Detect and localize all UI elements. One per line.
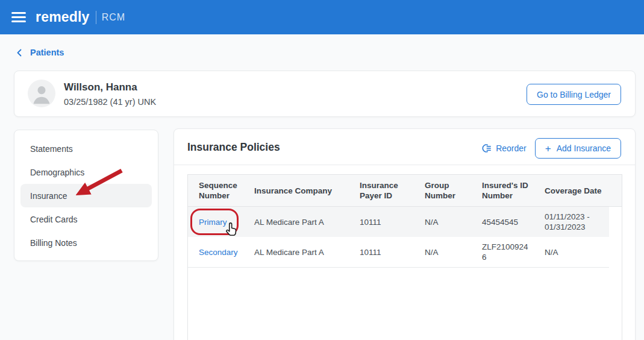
patient-header-card: Willson, Hanna 03/25/1982 (41 yr) UNK Go… — [14, 71, 636, 117]
top-bar: remedly RCM — [0, 0, 644, 34]
insurance-policies-panel: Insurance Policies Reorder + Add Insuran… — [174, 128, 636, 340]
column-header-insureds-id-number: Insured's ID Number — [471, 175, 534, 206]
avatar — [28, 80, 55, 107]
secondary-policy-link[interactable]: Secondary — [199, 248, 238, 257]
sidebar-item-demographics[interactable]: Demographics — [14, 160, 158, 184]
table-scroll-gutter — [609, 207, 622, 340]
plus-icon: + — [545, 143, 551, 154]
table-header-row: Sequence Number Insurance Company Insura… — [188, 175, 622, 207]
cell-insurance-company: AL Medicare Part A — [243, 242, 349, 262]
panel-divider — [174, 165, 635, 165]
go-to-billing-ledger-button[interactable]: Go to Billing Ledger — [527, 84, 621, 105]
patient-name: Willson, Hanna — [64, 81, 137, 93]
cell-coverage-date: 01/11/2023 - 01/31/2023 — [534, 207, 610, 237]
patient-details: 03/25/1982 (41 yr) UNK — [64, 97, 156, 107]
column-header-group-number: Group Number — [414, 175, 471, 206]
brand-divider — [96, 11, 96, 24]
chevron-left-icon — [16, 49, 22, 57]
reorder-label: Reorder — [496, 143, 527, 153]
sidebar-item-statements[interactable]: Statements — [14, 137, 158, 160]
sidebar-item-billing-notes[interactable]: Billing Notes — [14, 231, 158, 254]
add-insurance-button[interactable]: + Add Insurance — [535, 138, 621, 159]
column-header-insurance-company: Insurance Company — [243, 180, 349, 201]
add-insurance-label: Add Insurance — [557, 143, 611, 153]
sidebar-item-credit-cards[interactable]: Credit Cards — [14, 207, 158, 231]
cell-insured-id: ZLF21009246 — [471, 237, 534, 267]
page: remedly RCM Patients Willson, Hanna 03/2… — [0, 0, 644, 340]
cell-coverage-date: N/A — [534, 242, 610, 262]
cell-group-number: N/A — [414, 242, 471, 262]
page-title: Insurance Policies — [187, 141, 280, 154]
cell-payer-id: 10111 — [349, 242, 414, 262]
sidebar-item-insurance[interactable]: Insurance — [20, 184, 152, 207]
column-header-sequence-number: Sequence Number — [188, 175, 243, 206]
panel-actions: Reorder + Add Insurance — [481, 138, 621, 159]
brand-name: remedly — [36, 9, 90, 25]
breadcrumb-label: Patients — [30, 48, 64, 57]
column-header-insurance-payer-id: Insurance Payer ID — [349, 175, 414, 206]
hamburger-menu-icon[interactable] — [11, 10, 26, 25]
reorder-button[interactable]: Reorder — [481, 143, 527, 154]
insurance-policies-table: Sequence Number Insurance Company Insura… — [187, 174, 622, 340]
reorder-icon — [481, 143, 492, 154]
patient-sidebar: Statements Demographics Insurance Credit… — [14, 130, 158, 261]
cell-group-number: N/A — [414, 212, 471, 232]
table-row-secondary[interactable]: Secondary AL Medicare Part A 10111 N/A Z… — [188, 237, 610, 268]
brand-suffix: RCM — [102, 12, 125, 23]
column-header-coverage-date: Coverage Date — [534, 180, 610, 201]
cell-insurance-company: AL Medicare Part A — [243, 212, 349, 232]
table-row-primary[interactable]: Primary AL Medicare Part A 10111 N/A 454… — [188, 207, 610, 237]
cell-insured-id: 45454545 — [471, 212, 534, 232]
primary-policy-link[interactable]: Primary — [199, 218, 227, 227]
person-icon — [28, 80, 55, 107]
cell-payer-id: 10111 — [349, 212, 414, 232]
brand-logo[interactable]: remedly RCM — [36, 9, 125, 25]
breadcrumb-patients[interactable]: Patients — [16, 48, 64, 57]
